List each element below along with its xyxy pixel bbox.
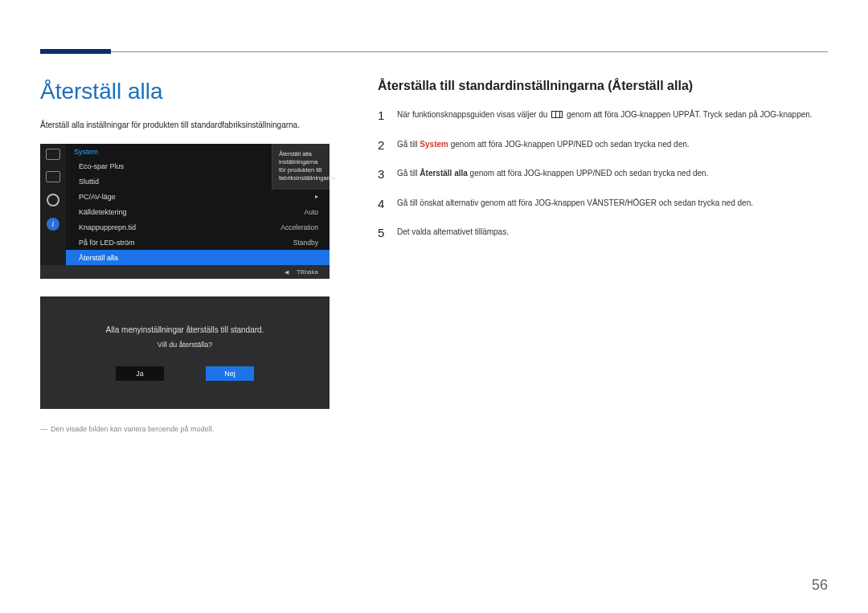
section-title: Återställa till standardinställningarna … [378,79,828,93]
osd-sidebar: i [40,144,66,265]
osd-back-label: Tillbaka [297,268,318,276]
step-2: Gå till System genom att föra JOG-knappe… [378,139,828,151]
osd-row-label: På för LED-ström [79,239,135,247]
osd-row-label: PC/AV-läge [79,193,116,201]
step-4: Gå till önskat alternativ genom att föra… [378,198,828,210]
confirm-message-1: Alla menyinställningar återställs till s… [106,325,264,334]
confirm-no-button: Nej [206,366,254,381]
osd-row-label: Eco-spar Plus [79,162,124,170]
osd-confirm-dialog: Alla menyinställningar återställs till s… [40,296,330,409]
steps-list: När funktionsknappsguiden visas väljer d… [378,109,828,239]
osd-row-value: Acceleration [280,223,318,231]
page-number: 56 [812,577,828,594]
osd-row: PC/AV-läge▸ [66,189,330,204]
chapter-accent-bar [40,49,111,54]
chevron-right-icon: ▸ [315,193,318,200]
osd-row-label: Källdetektering [79,208,127,216]
confirm-yes-button: Ja [116,366,164,381]
header-rule [40,51,828,52]
keyword-system: System [420,140,448,149]
osd-tooltip: Återställ alla inställningarna för produ… [272,144,330,190]
osd-footer: ◀ Tillbaka [40,265,330,279]
picture-icon [46,171,60,182]
menu-icon [551,111,563,118]
page-title: Återställ alla [40,79,346,104]
intro-text: Återställ alla inställningar för produkt… [40,121,346,129]
gear-icon [47,194,59,206]
keyword-reset-all: Återställ alla [420,169,467,178]
confirm-message-2: Vill du återställa? [158,341,212,349]
step-3: Gå till Återställ alla genom att föra JO… [378,168,828,180]
osd-row-label: Återställ alla [79,254,118,262]
step-1: När funktionsknappsguiden visas väljer d… [378,109,828,121]
back-arrow-icon: ◀ [285,269,289,276]
model-footnote: Den visade bilden kan variera beroende p… [40,425,346,433]
osd-row: Knappupprepn.tidAcceleration [66,219,330,235]
osd-row-selected: Återställ alla [66,250,330,265]
monitor-icon [46,149,60,160]
info-icon: i [47,218,59,231]
osd-row: På för LED-strömStandby [66,235,330,250]
osd-row-value: Auto [305,208,319,216]
osd-row-label: Knappupprepn.tid [79,223,136,231]
step-5: Det valda alternativet tillämpas. [378,227,828,239]
osd-row-label: Sluttid [79,178,99,186]
osd-system-menu: i System Eco-spar PlusAv Sluttid▸ PC/AV-… [40,144,330,279]
osd-row-value: Standby [293,239,318,247]
osd-row: KälldetekteringAuto [66,204,330,219]
